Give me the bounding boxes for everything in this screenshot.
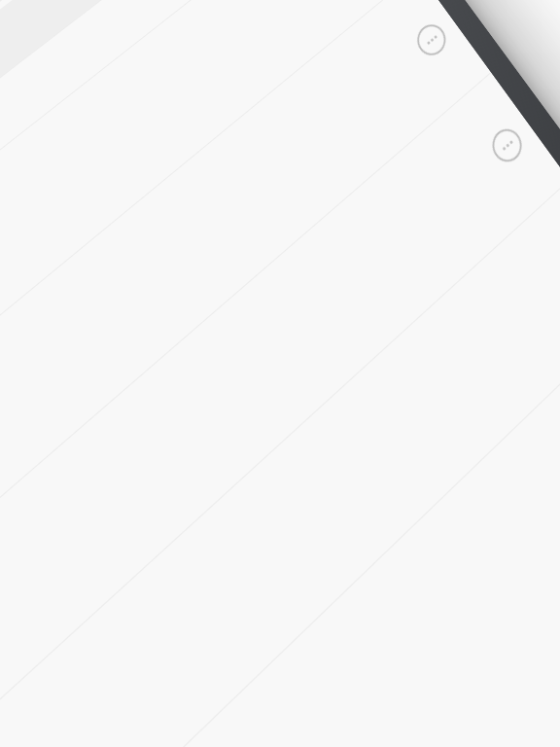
row-more-icon[interactable] [411,18,451,61]
row-more-icon[interactable] [486,123,527,168]
screen: BELL ◖ 4:21 PM ✶ 100% Recent [0,0,560,747]
tablet-frame: BELL ◖ 4:21 PM ✶ 100% Recent [0,0,560,747]
